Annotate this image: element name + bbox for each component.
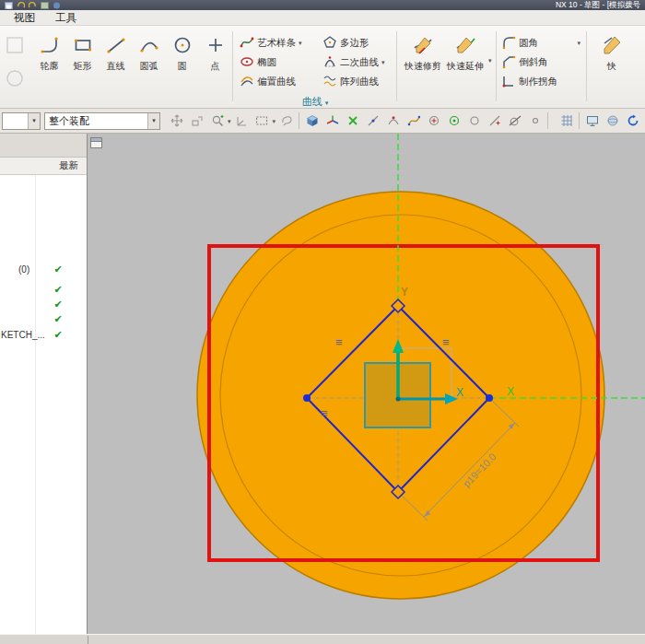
quick-trim-button[interactable]: 快速修剪 <box>402 33 444 73</box>
sketch-tools-group: 轮廓 矩形 直线 圆弧 圆 点 <box>33 33 231 73</box>
check-icon[interactable]: ✔ <box>48 329 68 341</box>
four-way-arrow-icon[interactable] <box>167 111 186 131</box>
dropdown-arrow-icon[interactable]: ▾ <box>228 118 231 124</box>
lasso-icon[interactable] <box>276 111 296 131</box>
arc-button[interactable]: 圆弧 <box>133 33 165 73</box>
slash-dot-icon[interactable] <box>363 111 382 131</box>
column-divider <box>35 175 36 634</box>
redo-icon[interactable] <box>29 2 37 9</box>
pattern-curve-icon <box>322 74 337 90</box>
tree-row[interactable]: KETCH_... ✔ <box>0 328 87 343</box>
color-axes-icon[interactable] <box>322 111 342 131</box>
minimized-window-icon[interactable] <box>90 137 102 148</box>
dashed-rect-icon[interactable] <box>252 111 272 131</box>
toolbar-separator <box>579 112 580 129</box>
equal-constraint-icon: ≡ <box>442 335 450 349</box>
dropdown-arrow-icon[interactable]: ▾ <box>381 59 385 65</box>
corner-tools-group: 圆角 ▾ 倒斜角 制作拐角 <box>501 33 582 91</box>
quick-extend-button[interactable]: 快速延伸 <box>444 33 487 73</box>
make-corner-button[interactable]: 制作拐角 <box>501 72 582 91</box>
group-dialog-arrow-icon[interactable]: ▾ <box>325 100 329 106</box>
offset-curve-button[interactable]: 偏置曲线 <box>238 72 321 91</box>
vertex-point[interactable] <box>303 394 311 402</box>
dropdown-arrow-icon[interactable]: ▾ <box>273 118 276 124</box>
grid-icon[interactable] <box>557 111 576 131</box>
square-arrow-icon[interactable] <box>187 111 206 131</box>
arc-icon <box>138 34 160 60</box>
tool-label: 矩形 <box>74 60 92 73</box>
check-icon[interactable]: ✔ <box>48 299 68 310</box>
column-header-latest: 最新 <box>59 159 78 172</box>
axes-icon[interactable] <box>232 111 252 131</box>
tangent-circle-icon[interactable] <box>505 111 524 131</box>
rectangle-button[interactable]: 矩形 <box>66 33 99 73</box>
line-button[interactable]: 直线 <box>100 33 132 73</box>
point-icon <box>205 34 227 60</box>
menu-tools[interactable]: 工具 <box>45 10 87 26</box>
check-icon[interactable]: ✔ <box>48 284 68 296</box>
y-axis-label: Y <box>401 286 408 299</box>
more-edit-tools-arrow-icon[interactable]: ▾ <box>488 57 492 64</box>
curve-dot-icon[interactable] <box>383 111 403 131</box>
help-icon[interactable] <box>53 2 61 9</box>
dropdown-arrow-icon[interactable]: ▾ <box>28 113 40 129</box>
toolbar-separator <box>299 112 299 129</box>
tool-label: 圆弧 <box>140 60 158 73</box>
make-corner-icon <box>501 74 516 90</box>
point-button[interactable]: 点 <box>199 33 231 73</box>
sketch-canvas[interactable]: p19=10.0 ≡ ≡ ≡ Y X X <box>88 134 645 634</box>
tool-label: 偏置曲线 <box>257 76 296 88</box>
tree-row[interactable]: ✔ <box>0 283 87 298</box>
plain-circle-icon[interactable] <box>464 111 484 131</box>
origin-point[interactable] <box>396 397 401 402</box>
pattern-curve-button[interactable]: 阵列曲线 <box>321 72 394 91</box>
magnifier-plus-icon[interactable] <box>207 111 227 131</box>
plus-slash-icon[interactable] <box>485 111 504 131</box>
chamfer-button[interactable]: 倒斜角 <box>501 53 582 72</box>
type-filter-select[interactable]: ▾ <box>2 112 41 130</box>
tool-label: 点 <box>211 60 220 73</box>
vertex-point[interactable] <box>486 394 493 402</box>
tree-row[interactable]: (0) ✔ <box>0 263 87 277</box>
save-icon[interactable] <box>5 2 13 9</box>
check-icon[interactable]: ✔ <box>48 313 68 325</box>
menu-view[interactable]: 视图 <box>4 10 45 26</box>
dropdown-arrow-icon[interactable]: ▾ <box>577 40 582 46</box>
dropdown-arrow-icon[interactable]: ▾ <box>299 40 302 46</box>
undo-icon[interactable] <box>17 2 25 9</box>
profile-button[interactable]: 轮廓 <box>33 33 65 73</box>
polygon-button[interactable]: 多边形 <box>321 33 394 53</box>
column-header-row[interactable]: 最新 <box>0 158 87 175</box>
profile-icon <box>39 34 61 60</box>
panel-toolbar <box>0 134 87 158</box>
polygon-icon <box>322 35 337 52</box>
conic-button[interactable]: 二次曲线 ▾ <box>321 53 394 72</box>
tool-label: 快速延伸 <box>447 60 484 73</box>
check-icon[interactable]: ✔ <box>48 263 68 275</box>
sphere-icon[interactable] <box>603 111 622 131</box>
monitor-icon[interactable] <box>582 111 602 131</box>
graphics-viewport[interactable]: p19=10.0 ≡ ≡ ≡ Y X X <box>88 134 645 634</box>
fillet-icon <box>501 35 516 52</box>
dropdown-arrow-icon[interactable]: ▾ <box>147 113 159 129</box>
tree-row[interactable]: ✔ <box>0 312 87 327</box>
row-label: KETCH_... <box>1 330 45 340</box>
studio-spline-button[interactable]: 艺术样条 ▾ <box>238 33 321 53</box>
colored-spline-icon[interactable] <box>404 111 423 131</box>
small-circle-icon[interactable] <box>525 111 545 131</box>
circle-icon <box>171 34 194 60</box>
overflow-tool-button[interactable]: 快 <box>592 33 632 73</box>
ellipse-icon <box>240 54 254 71</box>
blue-cube-icon[interactable] <box>302 111 322 131</box>
green-circle-dot-icon[interactable] <box>444 111 463 131</box>
circle-button[interactable]: 圆 <box>166 33 198 73</box>
window-switch-icon[interactable] <box>41 2 49 9</box>
tree-row[interactable]: ✔ <box>0 298 87 312</box>
curve-group-label[interactable]: 曲线▾ <box>238 95 393 109</box>
green-cross-icon[interactable] <box>343 111 362 131</box>
ellipse-button[interactable]: 椭圆 <box>238 53 321 72</box>
circle-cross-icon[interactable] <box>424 111 443 131</box>
blue-refresh-icon[interactable] <box>623 111 642 131</box>
fillet-button[interactable]: 圆角 ▾ <box>501 33 582 53</box>
selection-scope-select[interactable]: 整个装配 ▾ <box>44 112 160 130</box>
